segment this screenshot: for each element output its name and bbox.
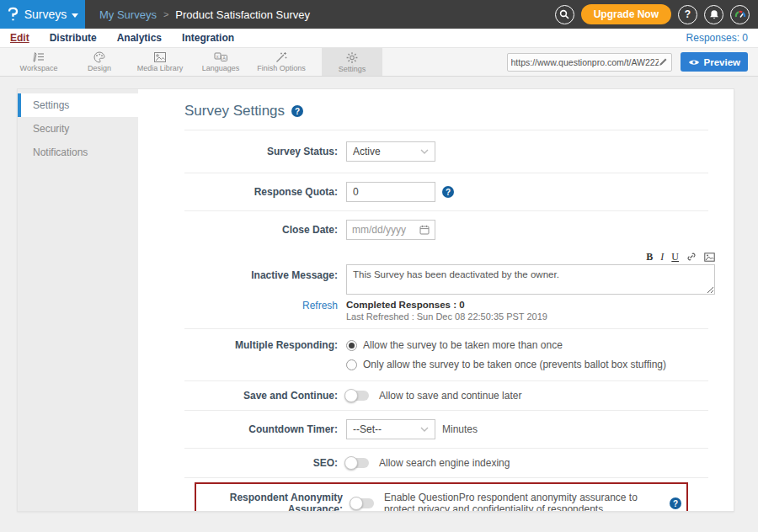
calendar-icon[interactable] [419,225,430,235]
response-quota-label: Response Quota: [184,186,338,198]
questionpro-logo-icon [7,7,19,22]
title-help-icon[interactable]: ? [291,105,303,117]
save-continue-toggle[interactable] [346,391,369,401]
radio-allow-once-label: Only allow the survey to be taken once (… [363,359,666,370]
countdown-timer-suffix: Minutes [442,423,478,435]
toolbar-tab-design[interactable]: Design [69,48,130,76]
survey-url-input[interactable] [511,57,659,67]
countdown-timer-label: Countdown Timer: [184,423,338,435]
multiple-responding-row: Multiple Responding: Allow the survey to… [184,329,708,381]
bell-icon [709,9,719,20]
chevron-down-icon [72,13,78,18]
notifications-button[interactable] [704,5,723,24]
inactive-message-block: B I U Inactive Message: [184,248,708,329]
radio-allow-multiple[interactable]: Allow the survey to be taken more than o… [346,339,666,351]
sidebar-item-notifications[interactable]: Notifications [18,141,138,164]
toolbar-tab-label: Media Library [137,64,184,72]
settings-page: Settings Security Notifications Survey S… [0,77,758,512]
toolbar-tab-languages[interactable]: x A Languages [190,48,251,76]
toolbar-tab-media-library[interactable]: Media Library [130,48,190,76]
inactive-message-textarea[interactable]: This Survey has been deactivated by the … [346,264,715,295]
toolbar-tab-workspace[interactable]: Workspace [8,48,69,76]
toolbar-tab-label: Workspace [20,64,58,72]
preview-label: Preview [704,57,740,67]
sidebar-item-security[interactable]: Security [18,117,138,141]
bold-button[interactable]: B [646,252,653,262]
preview-button[interactable]: Preview [681,52,748,72]
workspace-icon [32,51,45,63]
toolbar-tab-settings[interactable]: Settings [322,48,382,76]
anonymity-toggle[interactable] [351,498,374,508]
account-meter-button[interactable] [730,5,750,24]
seo-row: SEO: Allow search engine indexing [184,449,708,477]
radio-allow-once[interactable]: Only allow the survey to be taken once (… [346,359,666,370]
responses-count[interactable]: Responses: 0 [686,32,748,44]
page-title: Survey Settings [184,103,285,120]
top-header: Surveys My Surveys > Product Satisfactio… [0,0,758,29]
brand-product-label: Surveys [24,8,67,21]
radio-selected-icon[interactable] [346,340,357,351]
close-date-row: Close Date: [184,211,708,248]
survey-status-label: Survey Status: [184,146,338,157]
seo-toggle[interactable] [346,458,369,468]
image-icon [153,51,167,63]
breadcrumb: My Surveys > Product Satisfaction Survey [99,8,310,21]
multiple-responding-label: Multiple Responding: [184,339,338,351]
anonymity-help-icon[interactable]: ? [670,497,681,509]
response-quota-help-icon[interactable]: ? [442,186,454,198]
format-toolbar: B I U [346,252,715,264]
edit-pencil-icon[interactable] [659,57,668,66]
close-date-input[interactable] [352,224,416,236]
chevron-down-icon [420,427,429,432]
countdown-timer-select[interactable]: --Set-- [346,419,435,439]
translate-icon: x A [214,51,228,63]
response-quota-row: Response Quota: ? [184,173,708,211]
countdown-timer-row: Countdown Timer: --Set-- Minutes [184,411,708,449]
seo-label: SEO: [184,457,338,469]
breadcrumb-parent[interactable]: My Surveys [99,8,157,21]
survey-status-value: Active [353,146,381,157]
underline-button[interactable]: U [671,252,679,262]
link-icon[interactable] [686,252,697,262]
survey-status-select[interactable]: Active [346,141,435,162]
sidebar-item-settings[interactable]: Settings [18,93,138,117]
toolbar-tab-label: Design [88,64,111,72]
close-date-field[interactable] [346,220,435,240]
italic-button[interactable]: I [660,252,664,262]
edit-toolbar: Workspace Design Media Library x A Langu… [0,48,758,77]
insert-image-icon[interactable] [704,253,715,262]
svg-text:x: x [216,54,218,59]
tab-analytics[interactable]: Analytics [117,32,162,44]
toolbar-tab-finish-options[interactable]: Finish Options [251,48,312,76]
tab-integration[interactable]: Integration [182,32,234,44]
upgrade-button[interactable]: Upgrade Now [581,4,671,24]
radio-unselected-icon[interactable] [346,359,357,370]
settings-sidebar: Settings Security Notifications [18,89,138,511]
svg-text:A: A [222,56,226,61]
save-continue-row: Save and Continue: Allow to save and con… [184,381,708,411]
tab-distribute[interactable]: Distribute [50,32,97,44]
response-quota-input[interactable] [346,182,435,202]
header-actions: Upgrade Now ? [555,4,758,24]
brand-menu[interactable]: Surveys [0,0,85,29]
breadcrumb-current: Product Satisfaction Survey [175,8,310,21]
anonymity-highlight-box: Respondent Anonymity Assurance: Enable Q… [195,482,688,511]
save-continue-label: Save and Continue: [184,390,338,402]
tab-edit[interactable]: Edit [10,32,29,44]
last-refreshed-text: Last Refreshed : Sun Dec 08 22:50:35 PST… [346,311,547,322]
magic-wand-icon [275,51,288,63]
question-mark-icon: ? [685,8,691,20]
help-button[interactable]: ? [678,5,697,24]
settings-content: Survey Settings ? Survey Status: Active … [138,89,734,511]
save-continue-description: Allow to save and continue later [379,390,521,402]
anonymity-label: Respondent Anonymity Assurance: [201,492,343,511]
search-icon [559,9,569,19]
countdown-timer-value: --Set-- [353,423,382,435]
refresh-link[interactable]: Refresh [302,300,338,311]
toolbar-tab-label: Languages [202,64,240,72]
gear-icon [345,51,359,64]
search-button[interactable] [555,5,574,24]
seo-description: Allow search engine indexing [379,457,510,469]
gauge-icon [734,9,746,19]
survey-status-row: Survey Status: Active [184,130,708,173]
